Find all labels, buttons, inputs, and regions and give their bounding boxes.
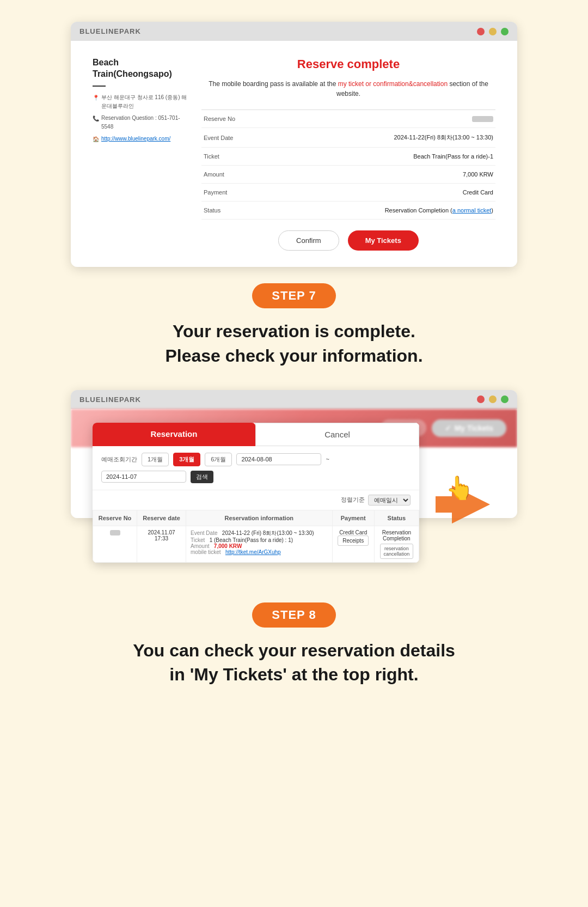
date-from-input[interactable] [236, 453, 321, 465]
label-reserve-no: Reserve No [204, 115, 247, 122]
label-event-date: Event Date [204, 135, 247, 141]
cell-reserve-date: 2024.11.0717:33 [137, 526, 186, 562]
cursor-hand-icon: 👆 [445, 474, 474, 501]
close-dot[interactable] [477, 28, 485, 35]
label-payment: Payment [204, 189, 247, 196]
reservation-table: Reserve No Reserve date Reservation info… [93, 510, 419, 563]
value-event-date: 2024-11-22(Fri) 8회차(13:00 ~ 13:30) [394, 133, 493, 142]
my-tickets-button[interactable]: My Tickets [348, 230, 419, 251]
status-link[interactable]: a normal ticket [452, 207, 492, 214]
step8-window-wrapper: BLUELINEPARK Log out ✓ My Tickets 👆 Rese… [71, 390, 517, 581]
window-content: Beach Train(Cheongsapo) 📍 부산 해운대구 청사로 11… [71, 41, 517, 267]
value-payment: Credit Card [463, 189, 493, 196]
step8-description: You can check your reservation details i… [133, 638, 455, 687]
col-reserve-no: Reserve No [93, 510, 137, 526]
date-to-input[interactable] [101, 471, 186, 483]
maximize-dot[interactable] [501, 28, 509, 35]
info-amount-row: Amount 7,000 KRW [191, 543, 328, 549]
col-reserve-date: Reserve date [137, 510, 186, 526]
step7-browser-window: BLUELINEPARK Beach Train(Cheongsapo) 📍 부… [71, 22, 517, 267]
step7-description: Your reservation is complete. Please che… [165, 319, 422, 368]
nav-my-tickets-btn[interactable]: ✓ My Tickets [432, 419, 506, 437]
venue-address-item: 📍 부산 해운대구 청사로 116 (중동) 해운대블루라인 [93, 93, 191, 111]
col-status: Status [374, 510, 419, 526]
subtitle-link[interactable]: my ticket or confirmation&cancellation [338, 80, 448, 88]
browser-logo: BLUELINEPARK [79, 27, 141, 35]
info-event-date-row: Event Date 2024-11-22 (Fri) 8회차(13:00 ~ … [191, 529, 328, 537]
info-row-reserve-no: Reserve No ••••••••••• [201, 110, 495, 128]
cell-reservation-info: Event Date 2024-11-22 (Fri) 8회차(13:00 ~ … [186, 526, 333, 562]
step7-desc-line2: Please check your information. [165, 344, 422, 368]
filter-1month[interactable]: 1개월 [142, 453, 169, 466]
step8-browser-controls [477, 395, 509, 403]
col-payment: Payment [332, 510, 374, 526]
reserve-no-blurred: •••••• [110, 530, 120, 535]
filter-label: 예매조회기간 [101, 455, 137, 464]
info-table: Reserve No ••••••••••• Event Date 2024-1… [201, 109, 495, 220]
minimize-dot[interactable] [489, 28, 497, 35]
reservation-detail-panel: Reserve complete The mobile boarding pas… [201, 57, 495, 251]
label-amount: Amount [204, 171, 247, 178]
venue-website-item: 🏠 http://www.bluelinepark.com/ [93, 135, 191, 144]
step7-desc-line1: Your reservation is complete. [165, 319, 422, 344]
venue-phone-item: 📞 Reservation Question : 051-701-5548 [93, 114, 191, 131]
filter-6month[interactable]: 6개월 [205, 453, 232, 466]
reservation-tabs: Reservation Cancel [93, 423, 419, 446]
step8-desc-line1: You can check your reservation details [133, 638, 455, 663]
browser-controls [477, 28, 509, 35]
reservation-sub-window: Reservation Cancel 예매조회기간 1개월 3개월 6개월 ~ … [93, 423, 419, 563]
step8-maximize-dot[interactable] [501, 395, 509, 403]
table-row: •••••• 2024.11.0717:33 Event Date 2024-1… [93, 526, 419, 562]
reservation-filter: 예매조회기간 1개월 3개월 6개월 ~ 검색 [93, 446, 419, 490]
check-circle-icon: ✓ [445, 424, 451, 433]
step8-badge: STEP 8 [252, 602, 335, 628]
search-button[interactable]: 검색 [191, 471, 213, 483]
date-separator: ~ [326, 456, 329, 462]
tab-cancel[interactable]: Cancel [255, 423, 419, 446]
info-event-date: 2024-11-22 (Fri) 8회차(13:00 ~ 13:30) [222, 530, 314, 536]
reserve-complete-title: Reserve complete [201, 57, 495, 71]
venue-divider [93, 86, 106, 87]
sort-row: 정렬기준 예매일시 [93, 490, 419, 510]
venue-name: Beach Train(Cheongsapo) [93, 57, 191, 80]
venue-panel: Beach Train(Cheongsapo) 📍 부산 해운대구 청사로 11… [93, 57, 201, 251]
phone-icon: 📞 [93, 114, 99, 123]
venue-phone: Reservation Question : 051-701-5548 [101, 114, 191, 131]
label-ticket: Ticket [204, 153, 247, 160]
info-mobile-row: mobile ticket http://tket.me/ArGXuhp [191, 549, 328, 555]
info-row-amount: Amount 7,000 KRW [201, 166, 495, 184]
step8-browser-titlebar: BLUELINEPARK [71, 390, 517, 409]
cell-reserve-no: •••••• [93, 526, 137, 562]
subtitle-pre: The mobile boarding pass is available at… [209, 80, 338, 88]
confirm-button[interactable]: Confirm [278, 230, 339, 251]
venue-address: 부산 해운대구 청사로 116 (중동) 해운대블루라인 [101, 93, 191, 111]
sort-label: 정렬기준 [341, 496, 365, 504]
cell-status: ReservationCompletion reservationcancell… [374, 526, 419, 562]
step8-desc-line2: in 'My Tickets' at the top right. [133, 662, 455, 687]
label-status: Status [204, 207, 247, 214]
home-icon: 🏠 [93, 135, 99, 144]
receipts-button[interactable]: Receipts [338, 535, 369, 546]
value-reserve-no: ••••••••••• [472, 116, 493, 122]
reservation-cancel-button[interactable]: reservationcancellation [380, 544, 414, 559]
step8-minimize-dot[interactable] [489, 395, 497, 403]
info-row-payment: Payment Credit Card [201, 184, 495, 202]
mobile-ticket-link[interactable]: http://tket.me/ArGXuhp [225, 549, 281, 555]
reserve-subtitle: The mobile boarding pass is available at… [201, 79, 495, 99]
cell-payment: Credit Card Receipts [332, 526, 374, 562]
value-status: Reservation Completion (a normal ticket) [385, 207, 493, 214]
venue-link[interactable]: http://www.bluelinepark.com/ [101, 135, 170, 143]
action-buttons: Confirm My Tickets [201, 230, 495, 251]
info-row-status: Status Reservation Completion (a normal … [201, 202, 495, 220]
sort-select[interactable]: 예매일시 [368, 495, 411, 506]
step8-close-dot[interactable] [477, 395, 485, 403]
value-amount: 7,000 KRW [463, 171, 493, 178]
info-amount: 7,000 KRW [214, 543, 242, 549]
value-ticket: Beach Train(Pass for a ride)-1 [413, 153, 493, 160]
tab-reservation[interactable]: Reservation [93, 423, 255, 446]
filter-3month[interactable]: 3개월 [173, 453, 200, 466]
info-row-ticket: Ticket Beach Train(Pass for a ride)-1 [201, 148, 495, 166]
info-ticket: 1 (Beach Train(Pass for a ride) : 1) [210, 537, 293, 543]
location-icon: 📍 [93, 94, 99, 102]
status-completion: ReservationCompletion [378, 529, 415, 541]
